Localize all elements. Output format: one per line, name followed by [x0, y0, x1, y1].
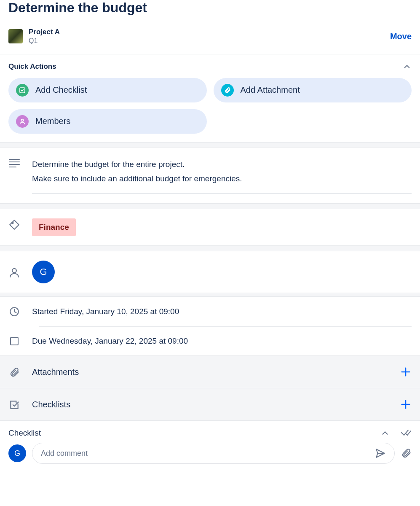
project-sub: Q1	[29, 37, 60, 46]
members-button[interactable]: Members	[8, 109, 207, 134]
checklists-header: Checklists	[0, 388, 420, 421]
checklist-item-header: Checklist	[0, 421, 420, 438]
tag-icon	[8, 218, 20, 230]
project-thumbnail	[8, 29, 23, 43]
attachment-icon	[221, 84, 234, 97]
checklist-icon	[8, 398, 20, 410]
qa-label: Members	[35, 116, 70, 126]
person-icon	[8, 266, 20, 278]
due-date-text: Due Wednesday, January 22, 2025 at 09:00	[32, 336, 188, 346]
description-section[interactable]: Determine the budget for the entire proj…	[0, 148, 420, 203]
clock-icon	[8, 306, 20, 317]
chevron-up-icon[interactable]	[402, 62, 412, 71]
svg-point-1	[21, 119, 23, 121]
attach-icon[interactable]	[401, 448, 412, 459]
labels-section[interactable]: Finance	[0, 209, 420, 245]
description-line: Make sure to include an additional budge…	[32, 172, 412, 186]
add-checklist-plus[interactable]	[400, 398, 412, 410]
description-line: Determine the budget for the entire proj…	[32, 157, 412, 172]
add-attachment-plus[interactable]	[400, 366, 412, 378]
hide-completed-icon[interactable]	[401, 428, 412, 438]
attachment-icon	[8, 366, 20, 378]
start-date-text: Started Friday, January 10, 2025 at 09:0…	[32, 307, 179, 316]
qa-label: Add Checklist	[35, 85, 87, 95]
svg-point-6	[12, 222, 13, 223]
due-date-row[interactable]: Due Wednesday, January 22, 2025 at 09:00	[8, 327, 412, 355]
start-date-row[interactable]: Started Friday, January 10, 2025 at 09:0…	[8, 297, 412, 326]
send-icon[interactable]	[373, 448, 388, 459]
project-info[interactable]: Project A Q1	[8, 27, 60, 46]
checklist-name[interactable]: Checklist	[8, 428, 372, 438]
description-icon	[8, 157, 20, 167]
quick-actions-title: Quick Actions	[8, 62, 56, 71]
chevron-up-icon[interactable]	[380, 428, 390, 438]
attachments-title: Attachments	[32, 367, 388, 377]
comment-input-wrap[interactable]	[32, 443, 395, 464]
svg-rect-9	[11, 337, 18, 345]
comment-input[interactable]	[41, 449, 373, 458]
svg-point-7	[12, 269, 16, 273]
project-name: Project A	[29, 27, 60, 37]
checklists-title: Checklists	[32, 400, 388, 409]
attachments-header: Attachments	[0, 355, 420, 388]
checklist-icon	[16, 84, 29, 97]
member-avatar[interactable]: G	[32, 261, 55, 283]
tag-finance[interactable]: Finance	[32, 218, 76, 236]
move-button[interactable]: Move	[390, 32, 412, 41]
card-title: Determine the budget	[8, 0, 412, 16]
comment-avatar: G	[8, 444, 26, 462]
person-icon	[16, 115, 29, 128]
qa-label: Add Attachment	[241, 85, 300, 95]
add-checklist-button[interactable]: Add Checklist	[8, 78, 207, 102]
add-attachment-button[interactable]: Add Attachment	[214, 78, 412, 102]
checkbox-icon	[8, 336, 20, 346]
members-section[interactable]: G	[0, 251, 420, 293]
